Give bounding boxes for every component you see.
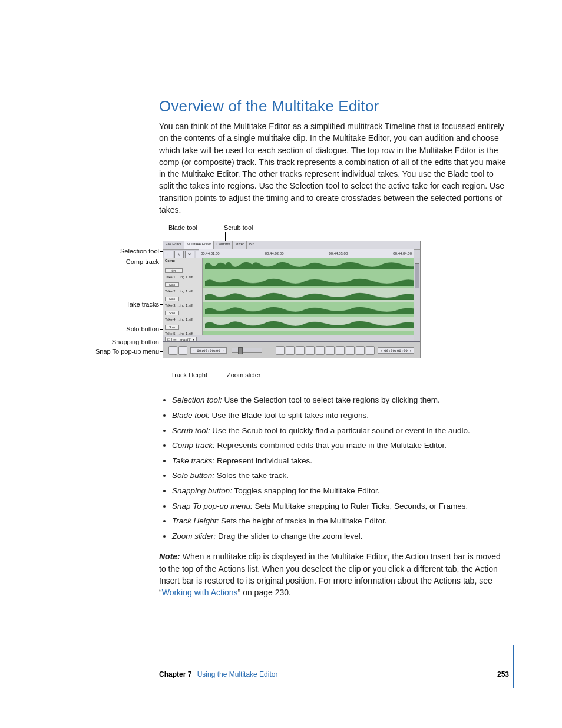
prev-button[interactable] bbox=[306, 346, 315, 355]
definition-item: Blade tool: Use the Blade tool to split … bbox=[172, 409, 509, 422]
definition-term: Scrub tool: bbox=[172, 426, 210, 435]
take-track-row: Take 4 …ing 1.aiffSolo bbox=[163, 317, 420, 331]
take-wave-area[interactable] bbox=[203, 288, 420, 302]
callout-comp-track: Comp track bbox=[94, 258, 159, 265]
definition-desc: Sets the height of tracks in the Multita… bbox=[219, 516, 386, 525]
tab-mixer[interactable]: Mixer bbox=[233, 241, 247, 249]
definition-desc: Solos the take track. bbox=[214, 471, 289, 480]
comp-menu-button[interactable]: ⊕ ▾ bbox=[165, 268, 183, 273]
take-track-row: Take 2 …ing 1.aiffSolo bbox=[163, 288, 420, 303]
note-text-b: ” on page 230. bbox=[238, 588, 291, 597]
editor-tabs: File Editor Multitake Editor Conform Mix… bbox=[163, 241, 420, 250]
definition-item: Comp track: Represents combined edits th… bbox=[172, 439, 509, 452]
zoom-slider[interactable] bbox=[232, 348, 262, 353]
take-track-label: Take 1 …ing 1.aiffSolo bbox=[163, 274, 203, 288]
comp-track-label: Comp ⊕ ▾ bbox=[163, 258, 203, 274]
play-button[interactable] bbox=[286, 346, 295, 355]
take-track-row: Take 3 …ing 1.aiffSolo bbox=[163, 302, 420, 317]
track-height-button[interactable] bbox=[168, 346, 177, 355]
solo-button[interactable]: Solo bbox=[165, 297, 179, 301]
solo-button[interactable]: Solo bbox=[165, 325, 179, 330]
annotated-figure: Blade tool Scrub tool Selection tool Com… bbox=[94, 224, 424, 389]
definition-term: Take tracks: bbox=[172, 456, 214, 465]
note-paragraph: Note: When a multitake clip is displayed… bbox=[159, 551, 509, 598]
callout-solo-button: Solo button bbox=[94, 325, 159, 332]
callout-snapping-button: Snapping button bbox=[94, 338, 159, 345]
vertical-scrollbar[interactable] bbox=[414, 258, 420, 348]
definition-item: Selection tool: Use the Selection tool t… bbox=[172, 394, 509, 407]
definition-desc: Drag the slider to change the zoom level… bbox=[216, 532, 362, 541]
definition-desc: Represents combined edits that you made … bbox=[215, 441, 447, 450]
page: Overview of the Multitake Editor You can… bbox=[0, 0, 562, 728]
take-track-row: Take 1 …ing 1.aiffSolo bbox=[163, 274, 420, 289]
definition-item: Track Height: Sets the height of tracks … bbox=[172, 515, 509, 528]
take-track-label: Take 3 …ing 1.aiffSolo bbox=[163, 302, 203, 317]
transport-bar: ◂ 00:00:00:00 ▸ ◂ 00:00:00:00 ▸ bbox=[163, 341, 420, 358]
take-wave-area[interactable] bbox=[203, 302, 420, 317]
definition-item: Snap To pop-up menu: Sets Multitake snap… bbox=[172, 500, 509, 513]
take-wave-area[interactable] bbox=[203, 274, 420, 288]
page-footer: Chapter 7 Using the Multitake Editor 253 bbox=[159, 670, 509, 678]
definitions-list: Selection tool: Use the Selection tool t… bbox=[159, 394, 509, 542]
definition-term: Solo button: bbox=[172, 471, 214, 480]
mon-button[interactable] bbox=[366, 346, 375, 355]
definition-item: Zoom slider: Drag the slider to change t… bbox=[172, 530, 509, 543]
multitake-editor-screenshot: File Editor Multitake Editor Conform Mix… bbox=[163, 241, 421, 358]
tab-conform[interactable]: Conform bbox=[214, 241, 233, 249]
footer-title: Using the Multitake Editor bbox=[197, 670, 278, 678]
time-ruler[interactable]: 00:44:01.00 00:44:02.00 00:44:03.00 00:4… bbox=[199, 249, 414, 258]
comp-track-wave[interactable] bbox=[203, 258, 420, 274]
callout-selection-tool: Selection tool bbox=[94, 248, 159, 255]
solo-button[interactable]: Solo bbox=[165, 282, 179, 287]
loop-button[interactable] bbox=[356, 346, 365, 355]
callout-blade-tool: Blade tool bbox=[168, 224, 197, 231]
ruler-tick: 00:44:03.00 bbox=[329, 252, 348, 255]
take-wave-area[interactable] bbox=[203, 317, 420, 331]
tab-bin[interactable]: Bin bbox=[247, 241, 257, 249]
definition-term: Selection tool: bbox=[172, 396, 222, 404]
note-link[interactable]: Working with Actions bbox=[162, 588, 238, 597]
comp-label-text: Comp bbox=[165, 259, 200, 262]
heading: Overview of the Multitake Editor bbox=[159, 97, 509, 116]
definition-desc: Toggles snapping for the Multitake Edito… bbox=[232, 486, 379, 495]
definition-desc: Use the Scrub tool to quickly find a par… bbox=[210, 426, 470, 435]
definition-desc: Sets Multitake snapping to Ruler Ticks, … bbox=[253, 502, 468, 510]
fwd-button[interactable] bbox=[326, 346, 335, 355]
rtb-button[interactable] bbox=[296, 346, 305, 355]
definition-desc: Represent individual takes. bbox=[214, 456, 312, 465]
definition-term: Zoom slider: bbox=[172, 532, 216, 541]
take-track-label: Take 2 …ing 1.aiffSolo bbox=[163, 288, 203, 302]
footer-page-number: 253 bbox=[497, 670, 509, 678]
callout-scrub-tool: Scrub tool bbox=[224, 224, 253, 231]
timecode-right[interactable]: ◂ 00:00:00:00 ▸ bbox=[378, 347, 414, 354]
ruler-tick: 00:44:04.00 bbox=[393, 252, 412, 255]
solo-button[interactable]: Solo bbox=[165, 311, 179, 315]
callout-snap-to-menu: Snap To pop-up menu bbox=[82, 348, 159, 355]
definition-desc: Use the Selection tool to select take re… bbox=[222, 396, 440, 404]
link-button[interactable] bbox=[178, 346, 187, 355]
definition-term: Blade tool: bbox=[172, 411, 210, 420]
tab-multitake-editor[interactable]: Multitake Editor bbox=[184, 241, 214, 249]
intro-paragraph: You can think of the Multitake Editor as… bbox=[159, 120, 509, 216]
definition-desc: Use the Blade tool to split takes into r… bbox=[210, 411, 369, 420]
record-button[interactable] bbox=[276, 346, 285, 355]
timecode-left[interactable]: ◂ 00:00:00:00 ▸ bbox=[190, 347, 227, 354]
tab-file-editor[interactable]: File Editor bbox=[163, 241, 184, 249]
callout-zoom-slider: Zoom slider bbox=[227, 371, 260, 378]
callout-track-height: Track Height bbox=[171, 371, 207, 378]
next-button[interactable] bbox=[336, 346, 345, 355]
definition-term: Snap To pop-up menu: bbox=[172, 502, 253, 510]
definition-term: Track Height: bbox=[172, 516, 219, 525]
ruler-tick: 00:44:02.00 bbox=[265, 252, 284, 255]
footer-chapter: Chapter 7 bbox=[159, 670, 191, 678]
definition-term: Comp track: bbox=[172, 441, 215, 450]
definition-term: Snapping button: bbox=[172, 486, 232, 495]
thumb-index-bar bbox=[513, 645, 514, 688]
rewind-button[interactable] bbox=[316, 346, 325, 355]
definition-item: Snapping button: Toggles snapping for th… bbox=[172, 485, 509, 498]
ruler-tick: 00:44:01.00 bbox=[201, 252, 220, 255]
note-label: Note: bbox=[159, 552, 180, 561]
definition-item: Scrub tool: Use the Scrub tool to quickl… bbox=[172, 424, 509, 437]
end-button[interactable] bbox=[346, 346, 355, 355]
definition-item: Take tracks: Represent individual takes. bbox=[172, 454, 509, 467]
